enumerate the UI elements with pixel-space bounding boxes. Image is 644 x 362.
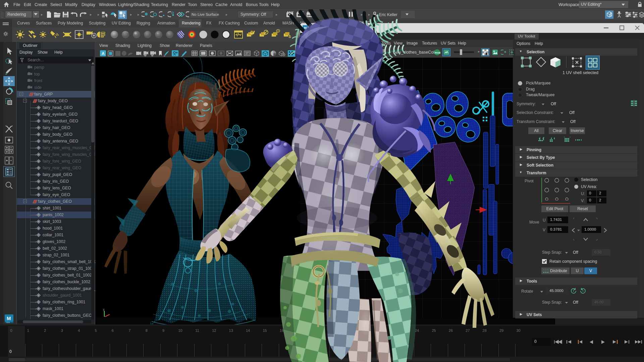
svg-text:AYA: AYA [6,321,10,323]
svg-text:M: M [7,315,11,321]
